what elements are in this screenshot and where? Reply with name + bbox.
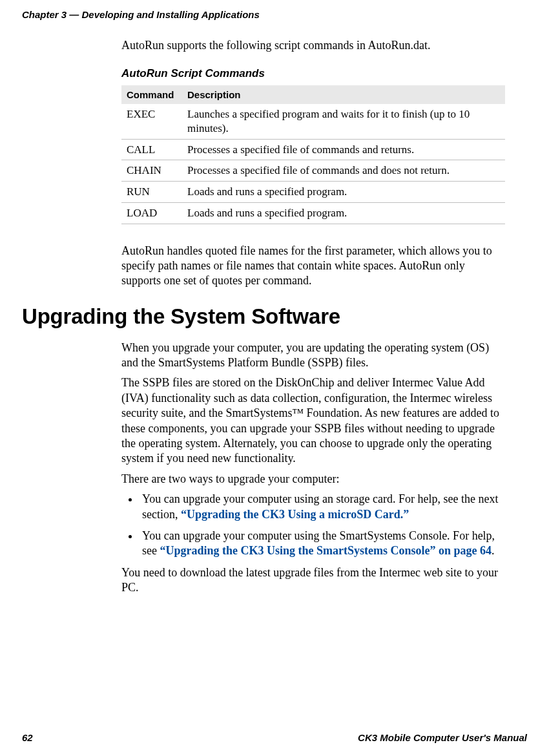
commands-table: Command Description EXEC Launches a spec… [121, 85, 505, 224]
intro-text: AutoRun supports the following script co… [121, 38, 505, 53]
list-item: You can upgrade your computer using the … [140, 529, 505, 559]
table-row: LOAD Loads and runs a specified program. [121, 202, 505, 224]
bullet-text: . [492, 544, 495, 557]
cell-description: Launches a specified program and waits f… [182, 104, 505, 139]
chapter-header: Chapter 3 — Developing and Installing Ap… [0, 0, 549, 20]
paragraph: AutoRun handles quoted file names for th… [121, 244, 505, 289]
cell-command: RUN [121, 182, 182, 203]
paragraph: There are two ways to upgrade your compu… [121, 472, 505, 487]
cell-description: Loads and runs a specified program. [182, 182, 505, 203]
link-microsd-card[interactable]: “Upgrading the CK3 Using a microSD Card.… [181, 508, 409, 521]
bullet-list: You can upgrade your computer using an s… [121, 492, 505, 559]
table-row: RUN Loads and runs a specified program. [121, 182, 505, 203]
page-number: 62 [22, 732, 33, 743]
table-row: CALL Processes a specified file of comma… [121, 139, 505, 160]
footer-title: CK3 Mobile Computer User's Manual [358, 732, 527, 743]
table-title: AutoRun Script Commands [121, 67, 505, 80]
list-item: You can upgrade your computer using an s… [140, 492, 505, 522]
table-row: EXEC Launches a specified program and wa… [121, 104, 505, 139]
link-smartsystems-console[interactable]: “Upgrading the CK3 Using the SmartSystem… [160, 544, 492, 557]
cell-command: EXEC [121, 104, 182, 139]
table-row: CHAIN Processes a specified file of comm… [121, 160, 505, 182]
col-header-command: Command [121, 85, 182, 104]
cell-command: CHAIN [121, 160, 182, 182]
cell-description: Loads and runs a specified program. [182, 202, 505, 224]
footer: 62 CK3 Mobile Computer User's Manual [22, 732, 527, 743]
col-header-description: Description [182, 85, 505, 104]
main-content: AutoRun supports the following script co… [0, 38, 549, 289]
cell-description: Processes a specified file of commands a… [182, 160, 505, 182]
section-content: When you upgrade your computer, you are … [0, 341, 549, 596]
cell-command: LOAD [121, 202, 182, 224]
cell-command: CALL [121, 139, 182, 160]
heading-upgrading: Upgrading the System Software [22, 304, 549, 329]
paragraph: When you upgrade your computer, you are … [121, 341, 505, 371]
cell-description: Processes a specified file of commands a… [182, 139, 505, 160]
paragraph: You need to download the latest upgrade … [121, 565, 505, 596]
paragraph: The SSPB files are stored on the DiskOnC… [121, 375, 505, 466]
